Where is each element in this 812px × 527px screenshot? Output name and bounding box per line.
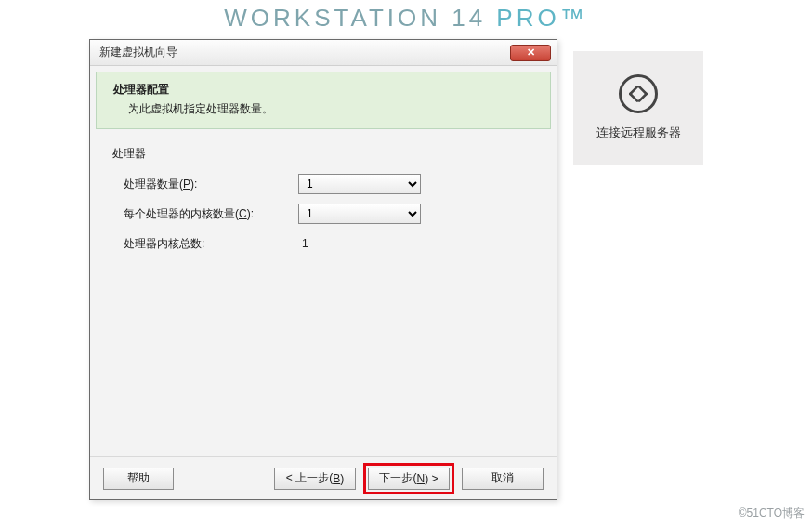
app-title-main: WORKSTATION 14 (224, 4, 496, 32)
new-vm-wizard-dialog: 新建虚拟机向导 ✕ 处理器配置 为此虚拟机指定处理器数量。 处理器 处理器数量(… (89, 39, 557, 500)
help-button[interactable]: 帮助 (103, 468, 174, 490)
dialog-title: 新建虚拟机向导 (99, 45, 177, 60)
close-button[interactable]: ✕ (510, 45, 551, 61)
back-button[interactable]: < 上一步(B) (274, 468, 356, 490)
watermark: ©51CTO博客 (739, 506, 805, 521)
next-button-highlight: 下一步(N) > (363, 463, 454, 494)
wizard-header-title: 处理器配置 (113, 82, 533, 98)
wizard-header: 处理器配置 为此虚拟机指定处理器数量。 (96, 72, 551, 129)
close-icon: ✕ (527, 46, 535, 59)
app-title: WORKSTATION 14 PRO™ (0, 4, 812, 33)
wizard-footer: 帮助 < 上一步(B) 下一步(N) > 取消 (90, 456, 557, 499)
processor-count-row: 处理器数量(P): 1 (112, 171, 534, 197)
connect-remote-label: 连接远程服务器 (596, 125, 681, 141)
cores-per-processor-select[interactable]: 1 (298, 204, 421, 224)
connect-remote-icon (619, 74, 658, 113)
cores-per-processor-row: 每个处理器的内核数量(C): 1 (112, 201, 534, 227)
wizard-header-subtitle: 为此虚拟机指定处理器数量。 (113, 101, 533, 117)
connect-remote-tile[interactable]: 连接远程服务器 (573, 51, 703, 165)
cores-per-processor-label: 每个处理器的内核数量(C): (112, 206, 298, 222)
total-cores-value: 1 (298, 237, 308, 250)
total-cores-row: 处理器内核总数: 1 (112, 231, 534, 257)
dialog-titlebar: 新建虚拟机向导 ✕ (90, 40, 557, 66)
cancel-button[interactable]: 取消 (462, 468, 544, 490)
processors-section-label: 处理器 (112, 146, 534, 162)
wizard-body: 处理器 处理器数量(P): 1 每个处理器的内核数量(C): 1 处理器内核 (90, 129, 557, 257)
total-cores-label: 处理器内核总数: (112, 236, 298, 252)
next-button[interactable]: 下一步(N) > (368, 468, 450, 490)
processor-count-select[interactable]: 1 (298, 174, 421, 194)
app-title-pro: PRO™ (496, 4, 587, 32)
processor-count-label: 处理器数量(P): (112, 177, 298, 192)
